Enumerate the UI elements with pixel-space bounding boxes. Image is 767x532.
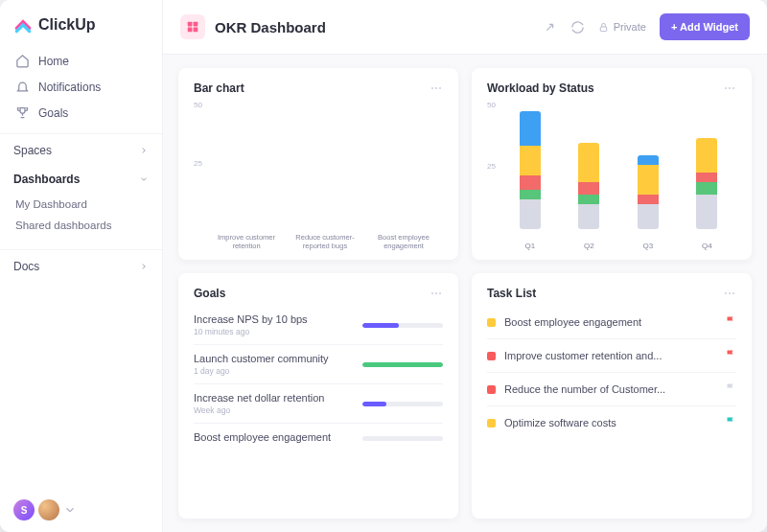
task-item[interactable]: Boost employee engagement <box>487 306 736 339</box>
goal-time: 1 day ago <box>194 366 353 376</box>
bar-segment <box>520 111 541 146</box>
refresh-icon[interactable] <box>570 20 585 35</box>
bar-segment <box>638 165 659 195</box>
goal-title: Increase net dollar retention <box>194 392 353 404</box>
brand-name: ClickUp <box>38 16 96 34</box>
section-label: Spaces <box>13 144 52 157</box>
dashboard-header: OKR Dashboard Private + Add Widget <box>163 0 767 55</box>
bar-segment <box>578 204 599 229</box>
card-menu-icon[interactable]: ⋯ <box>430 81 443 95</box>
goal-progress <box>362 402 443 406</box>
bar-segment <box>520 146 541 175</box>
stack-label: Q1 <box>520 242 541 250</box>
task-item[interactable]: Optimize software costs <box>487 406 736 439</box>
goal-progress <box>362 436 443 441</box>
avatar-photo[interactable] <box>38 499 59 520</box>
widget-grid: Bar chart ⋯ 2550Improve customer retenti… <box>163 55 767 532</box>
axis-tick: 50 <box>194 101 202 109</box>
bar-segment <box>520 199 541 229</box>
bar-segment <box>696 138 717 173</box>
chevron-down-icon[interactable] <box>63 503 77 517</box>
clickup-logo-icon <box>13 15 33 35</box>
bar-segment <box>520 175 541 190</box>
subnav-my-dashboard[interactable]: My Dashboard <box>13 194 149 215</box>
bar-segment <box>578 143 599 182</box>
add-widget-button[interactable]: + Add Widget <box>660 13 750 40</box>
card-title: Task List <box>487 287 536 300</box>
stacked-bar[interactable] <box>696 138 717 229</box>
flag-icon[interactable] <box>725 313 736 331</box>
goals-card: Goals ⋯ Increase NPS by 10 bps10 minutes… <box>178 273 458 519</box>
task-item[interactable]: Improve customer retention and... <box>487 339 736 373</box>
bar-chart: 2550Improve customer retentionReduce cus… <box>194 101 443 250</box>
svg-rect-0 <box>188 22 193 27</box>
status-square-icon <box>487 419 496 428</box>
card-menu-icon[interactable]: ⋯ <box>430 287 443 300</box>
workload-card: Workload by Status ⋯ 2550Q1Q2Q3Q4 <box>472 68 752 260</box>
goal-title: Increase NPS by 10 bps <box>194 313 353 325</box>
bar-segment <box>696 173 717 182</box>
card-menu-icon[interactable]: ⋯ <box>724 81 736 95</box>
stacked-bar[interactable] <box>638 155 659 229</box>
section-docs[interactable]: Docs <box>0 249 162 279</box>
bar-label: Improve customer retention <box>213 233 280 250</box>
trophy-icon <box>15 105 30 120</box>
bar-segment <box>578 182 599 195</box>
nav-notifications[interactable]: Notifications <box>10 74 152 100</box>
svg-rect-1 <box>194 22 198 27</box>
stack-label: Q3 <box>638 242 659 250</box>
flag-icon[interactable] <box>725 414 736 431</box>
dashboards-subnav: My Dashboard Shared dashboards <box>0 192 162 242</box>
card-title: Workload by Status <box>487 81 594 95</box>
stack-label: Q4 <box>696 242 717 250</box>
section-label: Dashboards <box>13 173 80 186</box>
primary-nav: Home Notifications Goals <box>0 48 162 126</box>
main-area: OKR Dashboard Private + Add Widget Bar c… <box>163 0 767 532</box>
expand-icon[interactable] <box>543 20 557 35</box>
task-list: Boost employee engagementImprove custome… <box>487 306 736 439</box>
nav-label: Home <box>38 55 69 68</box>
svg-rect-3 <box>194 28 198 33</box>
section-dashboards[interactable]: Dashboards <box>0 163 162 192</box>
goal-item[interactable]: Increase net dollar retentionWeek ago <box>194 384 443 424</box>
bar-segment <box>696 182 717 195</box>
section-spaces[interactable]: Spaces <box>0 133 162 163</box>
privacy-label: Private <box>614 21 646 33</box>
nav-label: Notifications <box>38 81 101 94</box>
task-text: Reduce the number of Customer... <box>504 383 716 395</box>
svg-rect-4 <box>600 27 606 32</box>
nav-label: Goals <box>38 106 68 120</box>
nav-home[interactable]: Home <box>10 48 152 74</box>
privacy-indicator[interactable]: Private <box>598 21 646 33</box>
flag-icon[interactable] <box>725 381 736 398</box>
avatar-s[interactable]: S <box>13 499 35 520</box>
goal-time: Week ago <box>194 405 353 415</box>
task-item[interactable]: Reduce the number of Customer... <box>487 373 736 406</box>
axis-tick: 50 <box>487 101 496 109</box>
brand-logo[interactable]: ClickUp <box>0 0 162 48</box>
card-menu-icon[interactable]: ⋯ <box>724 287 736 300</box>
goal-item[interactable]: Boost employee engagement <box>194 424 443 452</box>
chevron-right-icon <box>139 262 149 271</box>
section-label: Docs <box>13 260 39 273</box>
goal-item[interactable]: Increase NPS by 10 bps10 minutes ago <box>194 306 443 345</box>
goal-title: Launch customer community <box>194 353 353 364</box>
bar-segment <box>638 195 659 204</box>
goal-item[interactable]: Launch customer community1 day ago <box>194 345 443 384</box>
status-square-icon <box>487 352 496 360</box>
app-window: ClickUp Home Notifications Goals Spaces … <box>0 0 767 532</box>
goal-progress <box>362 362 443 367</box>
user-avatars: S <box>0 488 162 532</box>
goals-list: Increase NPS by 10 bps10 minutes agoLaun… <box>194 306 443 452</box>
bell-icon <box>15 80 30 94</box>
task-text: Optimize software costs <box>504 417 716 428</box>
nav-goals[interactable]: Goals <box>10 100 152 126</box>
stacked-bar[interactable] <box>520 111 541 229</box>
goal-time: 10 minutes ago <box>194 327 353 336</box>
chevron-down-icon <box>139 174 149 184</box>
subnav-shared-dashboards[interactable]: Shared dashboards <box>13 215 149 236</box>
flag-icon[interactable] <box>725 347 736 364</box>
stacked-bar[interactable] <box>578 143 599 229</box>
bar-segment <box>696 195 717 229</box>
svg-rect-2 <box>188 28 193 33</box>
